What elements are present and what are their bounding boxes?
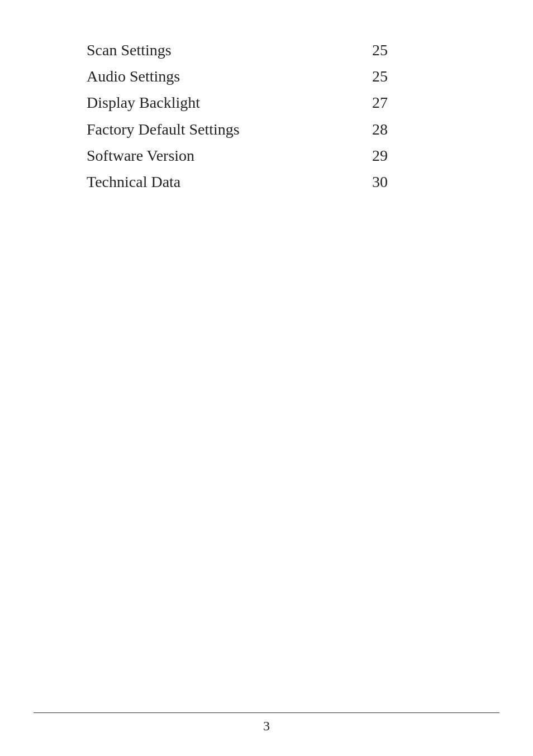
toc-label-1: Audio Settings: [87, 65, 180, 87]
toc-row: Factory Default Settings28: [87, 118, 499, 140]
toc-row: Software Version29: [87, 145, 499, 166]
toc-row: Scan Settings25: [87, 39, 499, 61]
toc-row: Audio Settings25: [87, 65, 499, 87]
toc-page-1: 25: [371, 68, 388, 85]
toc-page-3: 28: [371, 121, 388, 138]
toc-section: Scan Settings25Audio Settings25Display B…: [87, 39, 499, 722]
toc-label-3: Factory Default Settings: [87, 118, 240, 140]
toc-row: Technical Data30: [87, 171, 499, 193]
toc-page-0: 25: [371, 41, 388, 59]
footer-rule: [34, 712, 499, 713]
toc-label-4: Software Version: [87, 145, 194, 166]
toc-page-5: 30: [371, 173, 388, 191]
toc-label-5: Technical Data: [87, 171, 180, 193]
page-footer: 3: [34, 712, 499, 734]
toc-label-0: Scan Settings: [87, 39, 172, 61]
page-container: Scan Settings25Audio Settings25Display B…: [0, 0, 533, 756]
page-number: 3: [263, 719, 270, 734]
toc-page-2: 27: [371, 94, 388, 112]
toc-row: Display Backlight27: [87, 92, 499, 113]
toc-label-2: Display Backlight: [87, 92, 200, 113]
toc-page-4: 29: [371, 147, 388, 165]
